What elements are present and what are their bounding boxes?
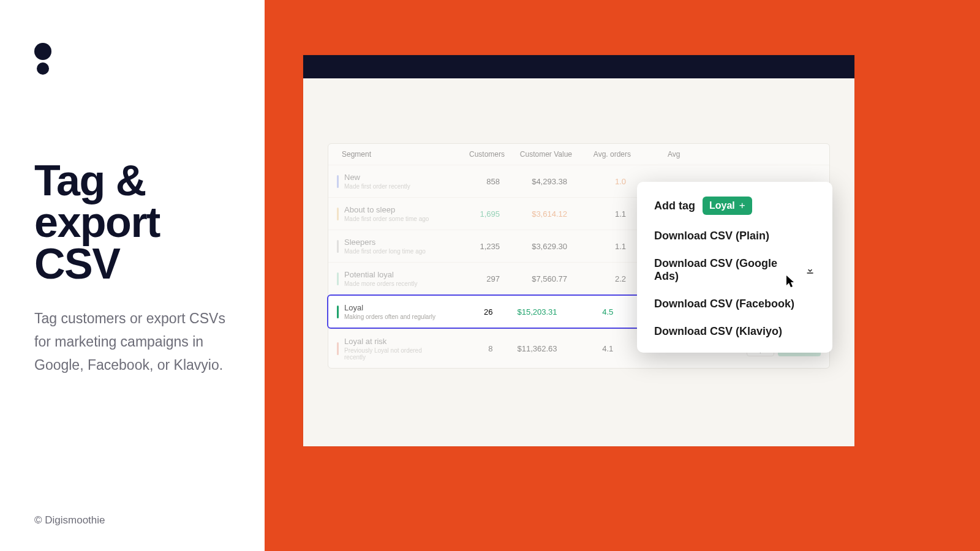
customer-value-cell: $3,614.12 bbox=[500, 209, 567, 219]
popover-download-klaviyo[interactable]: Download CSV (Klaviyo) bbox=[654, 318, 815, 338]
logo-dot-top bbox=[34, 43, 51, 60]
popover-download-facebook[interactable]: Download CSV (Facebook) bbox=[654, 290, 815, 318]
segment-color-bar bbox=[337, 208, 339, 220]
left-panel: Tag & export CSV Tag customers or export… bbox=[0, 0, 265, 551]
customer-value-cell: $15,203.31 bbox=[492, 307, 557, 317]
th-value: Customer Value bbox=[505, 150, 572, 159]
segment-cell: LoyalMaking orders often and regularly bbox=[337, 303, 441, 320]
add-tag-label: Add tag bbox=[654, 200, 695, 212]
segment-name: New bbox=[344, 173, 410, 182]
subheadline: Tag customers or export CSVs for marketi… bbox=[34, 307, 230, 377]
table-header: Segment Customers Customer Value Avg. or… bbox=[328, 144, 829, 165]
popover-download-plain[interactable]: Download CSV (Plain) bbox=[654, 222, 815, 250]
segment-sub: Made first order long time ago bbox=[344, 248, 426, 255]
download-icon bbox=[805, 264, 815, 276]
segment-cell: Potential loyalMade more orders recently bbox=[337, 270, 446, 287]
customers-cell: 1,235 bbox=[446, 242, 500, 251]
avg-orders-cell: 4.1 bbox=[557, 344, 614, 353]
right-panel: Segment Customers Customer Value Avg. or… bbox=[265, 0, 980, 551]
customer-value-cell: $4,293.38 bbox=[500, 177, 567, 186]
footer-copyright: © Digismoothie bbox=[34, 514, 105, 527]
segment-color-bar bbox=[337, 342, 339, 355]
avg-orders-cell: 4.5 bbox=[557, 307, 614, 317]
segment-sub: Made first order some time ago bbox=[344, 216, 429, 222]
app-frame: Segment Customers Customer Value Avg. or… bbox=[303, 55, 854, 446]
plus-icon: + bbox=[739, 200, 745, 212]
avg-orders-cell: 1.1 bbox=[567, 242, 626, 251]
th-avg-orders: Avg. orders bbox=[572, 150, 631, 159]
segment-name: Potential loyal bbox=[344, 270, 418, 279]
segment-cell: Loyal at riskPreviously Loyal not ordere… bbox=[337, 337, 441, 361]
segment-sub: Previously Loyal not ordered recently bbox=[344, 347, 441, 361]
segment-color-bar bbox=[337, 240, 339, 253]
segment-name: Sleepers bbox=[344, 238, 426, 247]
avg-orders-cell: 1.1 bbox=[567, 209, 626, 219]
segment-cell: About to sleepMade first order some time… bbox=[337, 205, 446, 222]
customers-cell: 1,695 bbox=[446, 209, 500, 219]
customer-value-cell: $11,362.63 bbox=[492, 344, 557, 353]
logo bbox=[34, 43, 230, 75]
segment-sub: Made more orders recently bbox=[344, 280, 418, 287]
segment-cell: SleepersMade first order long time ago bbox=[337, 238, 446, 255]
segment-color-bar bbox=[337, 272, 339, 285]
customer-value-cell: $7,560.77 bbox=[500, 274, 567, 283]
avg-orders-cell: 1.0 bbox=[567, 177, 626, 186]
segment-name: Loyal bbox=[344, 303, 435, 312]
headline: Tag & export CSV bbox=[34, 160, 230, 285]
customers-cell: 26 bbox=[441, 307, 492, 317]
th-customers: Customers bbox=[451, 150, 505, 159]
cursor-icon bbox=[786, 276, 796, 288]
actions-popover: Add tag Loyal + Download CSV (Plain) Dow… bbox=[637, 182, 832, 353]
segment-sub: Made first order recently bbox=[344, 183, 410, 190]
segment-sub: Making orders often and regularly bbox=[344, 313, 435, 320]
app-topbar bbox=[303, 55, 854, 78]
segment-name: About to sleep bbox=[344, 205, 429, 214]
customers-cell: 8 bbox=[441, 344, 492, 353]
segment-color-bar bbox=[337, 305, 339, 318]
customers-cell: 297 bbox=[446, 274, 500, 283]
segment-color-bar bbox=[337, 175, 339, 188]
segment-name: Loyal at risk bbox=[344, 337, 441, 346]
tag-pill[interactable]: Loyal + bbox=[703, 197, 752, 215]
th-avg: Avg bbox=[631, 150, 698, 159]
customers-cell: 858 bbox=[446, 177, 500, 186]
th-segment: Segment bbox=[342, 150, 451, 159]
popover-add-tag[interactable]: Add tag Loyal + bbox=[654, 197, 815, 222]
customer-value-cell: $3,629.30 bbox=[500, 242, 567, 251]
segment-cell: NewMade first order recently bbox=[337, 173, 446, 190]
avg-orders-cell: 2.2 bbox=[567, 274, 626, 283]
logo-dot-bottom bbox=[37, 62, 49, 75]
tag-name: Loyal bbox=[709, 200, 735, 211]
